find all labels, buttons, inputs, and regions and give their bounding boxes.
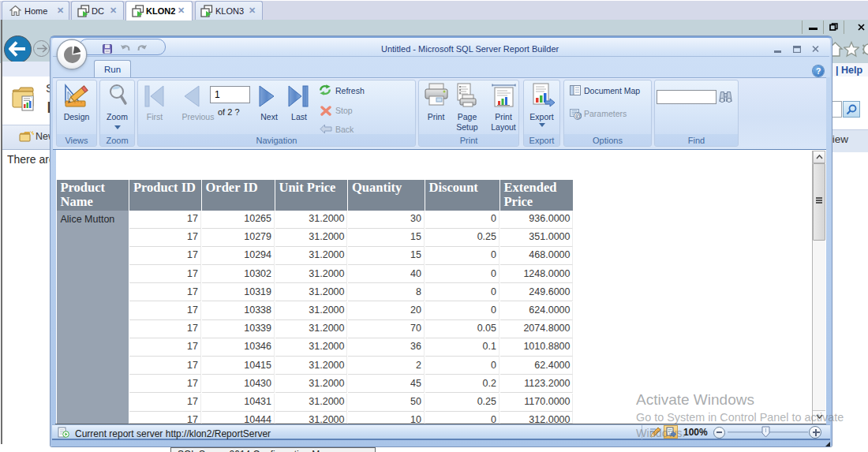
svg-text:@: @ xyxy=(575,112,582,120)
